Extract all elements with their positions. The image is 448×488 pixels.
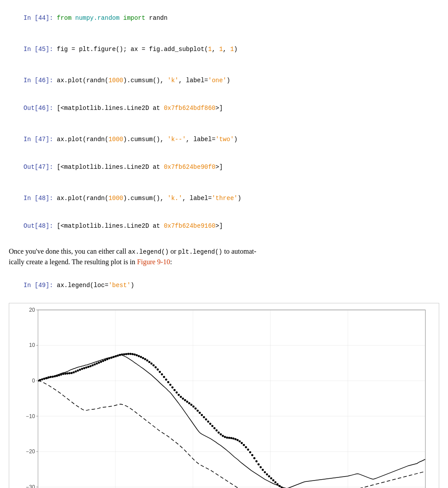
svg-point-73 [188,402,190,404]
svg-point-103 [251,454,253,456]
svg-point-40 [119,354,121,356]
svg-point-58 [157,368,159,371]
svg-point-106 [257,463,260,466]
cell-44: In [44]: from numpy.random import randn [9,4,439,32]
svg-point-3 [41,378,43,380]
svg-point-16 [69,372,71,374]
svg-point-41 [121,353,123,356]
svg-point-28 [94,364,96,366]
svg-point-75 [192,405,195,408]
svg-point-112 [270,477,272,480]
svg-point-29 [96,363,98,365]
cell-46: In [46]: ax.plot(randn(1000).cumsum(), '… [9,67,439,122]
svg-point-104 [253,457,256,459]
svg-point-86 [216,429,218,431]
svg-point-61 [163,376,165,378]
svg-point-24 [85,366,87,368]
svg-point-47 [134,353,136,356]
prompt-48: In [48]: [24,195,57,202]
svg-point-36 [110,357,112,359]
svg-point-89 [222,435,224,437]
svg-point-98 [241,442,243,444]
svg-point-80 [203,416,205,419]
out-48-val: [<matplotlib.lines.Line2D at 0x7fb624be9… [57,222,223,229]
plot-svg: 20 10 0 −10 −20 −30 −40 0 200 400 600 80… [9,303,439,488]
svg-point-35 [108,357,111,360]
out-46-val: [<matplotlib.lines.Line2D at 0x7fb624bdf… [57,105,223,112]
svg-point-26 [90,365,92,367]
kw-numpy: numpy.random [75,15,119,22]
svg-point-107 [260,466,262,468]
svg-point-63 [167,381,170,383]
kw-randn: randn [149,15,167,22]
svg-point-12 [60,373,62,375]
ytick-0: 0 [32,378,35,384]
cell-49: In [49]: ax.legend(loc='best') [9,272,439,299]
svg-point-102 [249,451,251,453]
svg-point-83 [209,423,211,425]
svg-point-55 [150,363,152,365]
kw-import: import [123,15,145,22]
kw-from: from [57,15,72,22]
svg-point-48 [136,354,138,357]
svg-point-59 [159,371,161,373]
svg-point-84 [211,425,213,427]
svg-point-76 [195,408,197,410]
svg-point-101 [247,448,249,451]
svg-point-65 [171,386,173,389]
svg-point-100 [245,446,247,448]
svg-point-99 [243,444,245,446]
svg-point-88 [220,433,222,435]
svg-point-18 [72,371,75,373]
svg-point-92 [228,437,230,439]
svg-point-113 [272,479,275,481]
prose-code2: plt.legend() [178,248,222,255]
cell-45: In [45]: fig = plt.figure(); ax = fig.ad… [9,36,439,63]
svg-point-72 [186,401,188,403]
svg-point-11 [58,374,60,376]
svg-point-62 [165,379,167,381]
prompt-46: In [46]: [24,77,57,84]
svg-point-51 [142,357,144,359]
svg-point-39 [117,355,119,357]
svg-point-105 [255,460,257,463]
svg-point-68 [177,394,180,396]
code-48: ax.plot(randn(1000).cumsum(), 'k.', labe… [57,195,241,202]
svg-point-37 [112,356,115,358]
svg-point-8 [52,375,54,378]
svg-point-27 [91,364,94,367]
svg-point-23 [83,367,85,369]
svg-point-114 [274,481,276,484]
svg-point-38 [115,355,117,357]
svg-point-97 [238,440,241,442]
plot-axes-box [38,310,426,488]
svg-point-46 [131,353,134,355]
svg-point-20 [77,369,79,371]
ytick-20: 20 [29,307,35,313]
cell-47: In [47]: ax.plot(randn(1000).cumsum(), '… [9,126,439,181]
svg-point-69 [180,396,182,398]
out-47-val: [<matplotlib.lines.Line2D at 0x7fb624be9… [57,164,223,171]
svg-point-5 [45,377,47,379]
code-49: ax.legend(loc='best') [57,282,134,289]
prose-text1: Once you've done this, you can either ca… [9,248,128,255]
svg-point-17 [71,372,73,374]
ytick-n20: −20 [26,448,35,455]
svg-point-96 [236,439,238,441]
code-46: ax.plot(randn(1000).cumsum(), 'k', label… [57,77,230,84]
svg-point-74 [190,404,192,406]
svg-point-30 [98,362,100,364]
svg-point-44 [127,353,130,355]
svg-point-4 [43,378,45,380]
code-47: ax.plot(randn(1000).cumsum(), 'k--', lab… [57,136,238,143]
svg-point-95 [235,438,237,440]
svg-point-87 [217,431,220,433]
svg-point-49 [138,355,140,357]
svg-point-116 [278,485,281,487]
svg-point-71 [184,399,186,401]
svg-point-67 [176,391,178,393]
svg-point-19 [75,370,77,372]
prose-text2: or [169,248,178,255]
prose-code1: ax.legend() [128,248,169,255]
svg-point-110 [266,473,268,476]
